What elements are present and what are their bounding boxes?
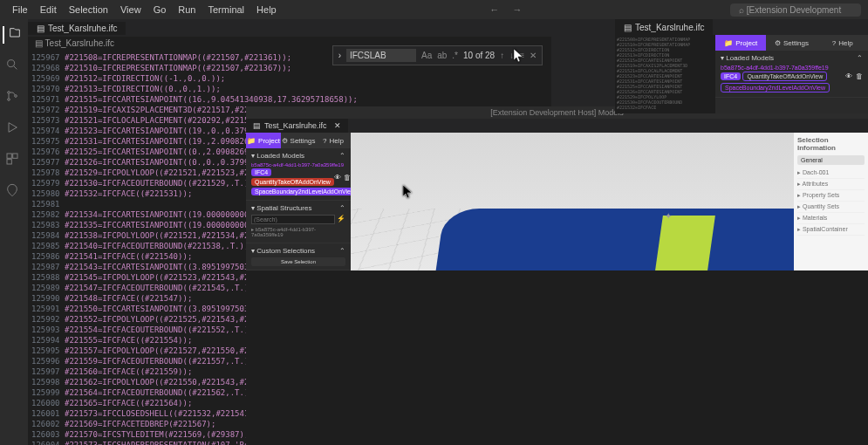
- line-number: 126003: [31, 429, 65, 440]
- secondary-tab[interactable]: ▤ Test_Karslruhe.ifc: [615, 19, 714, 35]
- ifc-extension-icon[interactable]: [5, 183, 23, 201]
- code-text: #221560=IFCFACE((#221559));: [65, 366, 192, 377]
- delete-icon[interactable]: 🗑: [344, 174, 351, 181]
- visibility-icon[interactable]: 👁: [845, 72, 852, 80]
- editor-tab[interactable]: ▤ Test_Karslruhe.ifc: [28, 22, 126, 35]
- line-number: 125982: [31, 209, 65, 220]
- line-number: 125970: [31, 84, 65, 94]
- menu-file[interactable]: File: [7, 3, 33, 17]
- spatial-search-input[interactable]: [251, 215, 335, 224]
- line-number: 125989: [31, 283, 65, 293]
- menu-run[interactable]: Run: [173, 3, 201, 17]
- 3d-viewport[interactable]: ✦: [351, 133, 794, 270]
- code-text: #221521=IFCLOCALPLACEMENT(#220292,#22151…: [65, 115, 268, 126]
- nav-back-icon[interactable]: ←: [484, 3, 504, 17]
- collapse-icon[interactable]: ⌃: [339, 152, 345, 160]
- roof-stripe: [654, 216, 715, 270]
- info-item[interactable]: ▸ Property Sets: [797, 190, 865, 202]
- menu-help[interactable]: Help: [251, 3, 282, 17]
- secondary-window: ▤ Test_Karslruhe.ifc #221508=IFCREPRESEN…: [615, 19, 868, 113]
- line-number: 125990: [31, 293, 65, 304]
- code-text: #221508=IFCREPRESENTATIONMAP((#221507,#2…: [65, 52, 291, 63]
- tab-label: Test_Karslruhe.ifc: [48, 24, 117, 33]
- debug-icon[interactable]: [5, 120, 23, 138]
- whole-word-icon[interactable]: ab: [437, 51, 447, 60]
- chevron-down-icon[interactable]: ▾ Spatial Structures: [251, 204, 311, 212]
- building-model[interactable]: [440, 209, 794, 270]
- info-item[interactable]: ▸ SpatialContainer: [797, 224, 865, 236]
- chevron-left-icon[interactable]: ›: [338, 51, 341, 60]
- tree-item[interactable]: ▸ b5a875c-a4df-4dd1-b397-7a0a359ffe19: [251, 224, 345, 239]
- chevron-down-icon[interactable]: ▾ Loaded Models: [251, 152, 304, 160]
- svg-point-1: [8, 92, 10, 94]
- tab-settings[interactable]: ⚙Settings: [766, 35, 817, 51]
- collapse-icon[interactable]: ⌃: [339, 247, 345, 255]
- tab-project[interactable]: 📁Project: [715, 35, 766, 51]
- chevron-down-icon[interactable]: ▾ Loaded Models: [721, 54, 774, 62]
- delete-icon[interactable]: 🗑: [856, 72, 863, 80]
- line-number: 126001: [31, 408, 65, 419]
- custom-selections-label: Custom Selections: [256, 247, 315, 255]
- find-input[interactable]: [346, 49, 416, 62]
- view-badge: QuantityTakeOffAddOnView: [742, 72, 827, 81]
- regex-icon[interactable]: .*: [452, 51, 458, 60]
- tab-help[interactable]: ?Help: [817, 35, 868, 51]
- info-item[interactable]: ▸ Materials: [797, 213, 865, 224]
- line-number: 125973: [31, 115, 65, 126]
- code-line[interactable]: 125971#221515=IFCCARTESIANPOINT((16.,9.0…: [31, 94, 551, 105]
- minimap: #221508=IFCREPRESENTATIONMAP#221510=IFCR…: [615, 35, 715, 113]
- info-item[interactable]: ▸ Quantity Sets: [797, 202, 865, 213]
- search-activity-icon[interactable]: [5, 58, 23, 75]
- info-item[interactable]: General: [797, 155, 865, 165]
- view-badge-3: QuantityTakeOffAddOnView: [251, 178, 334, 186]
- help-icon: ?: [323, 137, 326, 145]
- menu-view[interactable]: View: [115, 3, 147, 17]
- code-line[interactable]: 125969#221512=IFCDIRECTION((-1.,0.,0.));: [31, 73, 551, 84]
- tab-help-2[interactable]: ?Help: [316, 133, 351, 148]
- close-icon[interactable]: ✕: [530, 51, 537, 60]
- extensions-icon[interactable]: [5, 152, 23, 169]
- line-number: 125996: [31, 356, 65, 366]
- svg-rect-5: [13, 154, 17, 158]
- search-box[interactable]: ⌕ [Extension Development: [730, 3, 861, 17]
- collapse-icon[interactable]: ⌃: [857, 54, 863, 62]
- search-icon: ⌕: [739, 5, 747, 15]
- info-item[interactable]: ▸ Attributes: [797, 179, 865, 190]
- nav-forward-icon[interactable]: →: [507, 3, 527, 17]
- crosshair-icon: ✦: [665, 211, 672, 221]
- close-icon[interactable]: ✕: [334, 121, 341, 130]
- prev-match-icon[interactable]: ↑: [500, 51, 504, 60]
- line-number: 125987: [31, 262, 65, 272]
- explorer-icon[interactable]: [3, 26, 20, 44]
- model-id[interactable]: b5a875c-a4df-4dd1-b397-7a0a359ffe19: [721, 65, 863, 71]
- menu-edit[interactable]: Edit: [35, 3, 62, 17]
- menu-selection[interactable]: Selection: [64, 3, 113, 17]
- info-item[interactable]: ▸ Dach-001: [797, 168, 865, 179]
- find-widget: › Aa ab .* 10 of 28 ↑ ↓ ≡ ✕: [332, 45, 543, 65]
- selection-info-panel: Selection Information General▸ Dach-001▸…: [794, 133, 868, 270]
- tab-project-2[interactable]: 📁Project: [246, 133, 281, 148]
- code-line[interactable]: 125970#221513=IFCDIRECTION((0.,0.,1.));: [31, 84, 551, 94]
- extension-host-window: [Extension Development Host] Models ▤ Te…: [246, 106, 868, 445]
- match-case-icon[interactable]: Aa: [421, 51, 432, 60]
- nested-tab[interactable]: ▤ Test_Karslruhe.ifc ✕: [246, 119, 349, 133]
- source-control-icon[interactable]: [5, 89, 23, 106]
- tab-settings-2[interactable]: ⚙Settings: [281, 133, 316, 148]
- save-selection-button[interactable]: Save Selection: [251, 257, 345, 266]
- line-number: 125992: [31, 314, 65, 325]
- line-number: 125974: [31, 126, 65, 136]
- chevron-down-icon[interactable]: ▾ Custom Selections: [251, 247, 315, 255]
- menu-go[interactable]: Go: [148, 3, 172, 17]
- line-number: 126004: [31, 440, 65, 445]
- line-number: 125993: [31, 325, 65, 335]
- line-number: 125981: [31, 199, 65, 209]
- menu-terminal[interactable]: Terminal: [203, 3, 250, 17]
- line-number: 125975: [31, 136, 65, 147]
- help-icon: ?: [832, 39, 836, 47]
- code-text: #221569=IFCFACETEDBREP(#221567);: [65, 419, 215, 429]
- filter-icon[interactable]: ⚡: [337, 215, 345, 224]
- visibility-icon[interactable]: 👁: [334, 174, 341, 181]
- line-number: 125967: [31, 52, 65, 63]
- file-icon: ▤: [253, 121, 261, 130]
- collapse-icon[interactable]: ⌃: [339, 204, 345, 212]
